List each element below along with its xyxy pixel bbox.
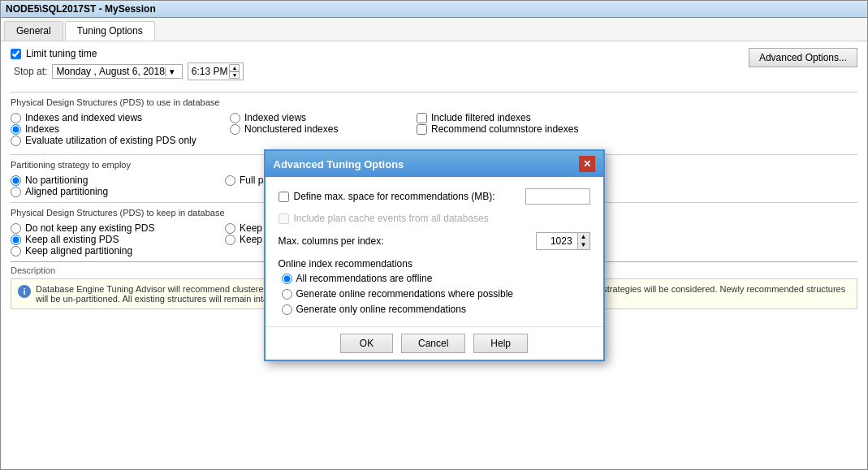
online-opt-only: Generate only online recommendations: [282, 304, 590, 315]
online-label-all-offline: All recommendations are offline: [296, 273, 433, 284]
online-radio-all-offline[interactable]: [282, 274, 292, 284]
define-max-space-label: Define max. space for recommendations (M…: [294, 191, 495, 202]
tab-general[interactable]: General: [4, 21, 63, 41]
title-bar: NODE5\SQL2017ST - MySession: [1, 1, 867, 18]
modal-header: Advanced Tuning Options ✕: [266, 151, 603, 177]
modal-close-button[interactable]: ✕: [579, 156, 595, 172]
max-columns-label: Max. columns per index:: [279, 235, 384, 247]
max-columns-spinner[interactable]: ▲ ▼: [536, 232, 590, 250]
online-label-only: Generate only online recommendations: [296, 304, 466, 315]
spinner-down-btn[interactable]: ▼: [578, 241, 589, 249]
modal-help-button[interactable]: Help: [473, 334, 528, 353]
modal-cancel-button[interactable]: Cancel: [401, 334, 465, 353]
online-label-possible: Generate online recommendations where po…: [296, 288, 514, 300]
online-radio-only[interactable]: [282, 304, 292, 315]
define-max-space-checkbox[interactable]: [279, 192, 289, 202]
online-index-section: Online index recommendations All recomme…: [279, 258, 590, 315]
online-opt-all-offline: All recommendations are offline: [282, 273, 590, 284]
modal-title: Advanced Tuning Options: [274, 158, 404, 170]
online-radio-possible[interactable]: [282, 289, 292, 300]
modal-overlay: Advanced Tuning Options ✕ Define max. sp…: [1, 41, 867, 469]
plan-cache-label: Include plan cache events from all datab…: [294, 213, 489, 224]
max-columns-row: Max. columns per index: ▲ ▼: [279, 232, 590, 250]
advanced-tuning-modal: Advanced Tuning Options ✕ Define max. sp…: [264, 149, 605, 361]
plan-cache-checkbox[interactable]: [279, 213, 289, 224]
online-index-options: All recommendations are offline Generate…: [279, 273, 590, 315]
modal-ok-button[interactable]: OK: [340, 334, 393, 353]
define-max-space-row: Define max. space for recommendations (M…: [279, 188, 590, 205]
spinner-up-btn[interactable]: ▲: [578, 233, 589, 241]
title-label: NODE5\SQL2017ST - MySession: [6, 3, 156, 15]
online-opt-possible: Generate online recommendations where po…: [282, 288, 590, 300]
modal-body: Define max. space for recommendations (M…: [266, 177, 603, 326]
max-columns-input[interactable]: [537, 234, 577, 248]
main-content: Limit tuning time Stop at: Monday , Augu…: [1, 41, 867, 469]
modal-footer: OK Cancel Help: [266, 326, 603, 360]
tab-tuning[interactable]: Tuning Options: [65, 21, 155, 41]
define-max-space-input[interactable]: [525, 188, 590, 205]
plan-cache-row: Include plan cache events from all datab…: [279, 213, 590, 224]
main-window: NODE5\SQL2017ST - MySession General Tuni…: [0, 0, 868, 470]
online-index-label: Online index recommendations: [279, 258, 590, 269]
define-max-space-left: Define max. space for recommendations (M…: [279, 191, 495, 202]
spinner-buttons: ▲ ▼: [577, 233, 589, 249]
tabs-row: General Tuning Options: [1, 18, 867, 41]
